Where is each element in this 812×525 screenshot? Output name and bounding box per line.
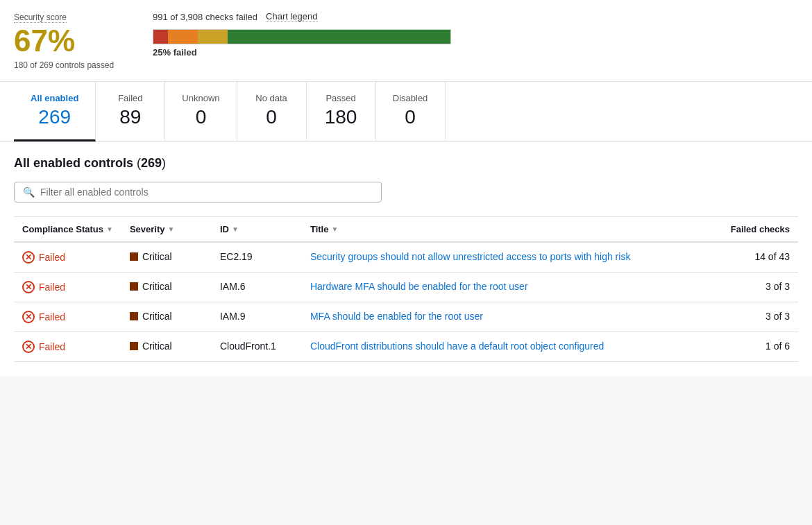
control-id-0: EC2.19 bbox=[220, 251, 253, 262]
tab-failed[interactable]: Failed 89 bbox=[96, 82, 165, 141]
bar-label: 25% failed bbox=[153, 47, 798, 58]
checks-failed-text: 991 of 3,908 checks failed bbox=[153, 12, 257, 22]
cell-compliance-2: ✕ Failed bbox=[14, 302, 121, 332]
cell-compliance-0: ✕ Failed bbox=[14, 242, 121, 273]
cell-title-1: Hardware MFA should be enabled for the r… bbox=[302, 273, 722, 302]
tab-disabled-label: Disabled bbox=[393, 93, 428, 103]
failed-icon-3: ✕ bbox=[22, 341, 35, 353]
tab-failed-value: 89 bbox=[112, 106, 148, 128]
top-panel: Security score 67% 180 of 269 controls p… bbox=[0, 0, 812, 82]
severity-label-3: Critical bbox=[142, 341, 172, 352]
tab-unknown[interactable]: Unknown 0 bbox=[165, 82, 237, 141]
cell-severity-2: Critical bbox=[121, 302, 212, 332]
th-failed-checks: Failed checks bbox=[722, 217, 798, 243]
progress-bar bbox=[153, 29, 451, 44]
cell-id-2: IAM.9 bbox=[212, 302, 302, 332]
failed-icon-0: ✕ bbox=[22, 251, 35, 264]
tab-disabled-value: 0 bbox=[393, 106, 428, 128]
control-id-2: IAM.9 bbox=[220, 311, 246, 322]
severity-label-0: Critical bbox=[142, 251, 172, 262]
status-label-2: Failed bbox=[39, 311, 65, 322]
cell-title-2: MFA should be enabled for the root user bbox=[302, 302, 722, 332]
search-input[interactable] bbox=[40, 187, 373, 198]
severity-2: Critical bbox=[130, 311, 203, 322]
table-row: ✕ Failed Critical CloudFront.1 CloudFron… bbox=[14, 332, 798, 362]
search-bar[interactable]: 🔍 bbox=[14, 182, 382, 203]
tab-passed-value: 180 bbox=[323, 106, 359, 128]
severity-3: Critical bbox=[130, 341, 203, 352]
chart-legend-label[interactable]: Chart legend bbox=[266, 11, 317, 22]
tabs-row: All enabled 269 Failed 89 Unknown 0 No d… bbox=[14, 82, 798, 141]
cell-severity-3: Critical bbox=[121, 332, 212, 362]
cell-id-1: IAM.6 bbox=[212, 273, 302, 302]
severity-label-2: Critical bbox=[142, 311, 172, 322]
severity-dot-3 bbox=[130, 342, 138, 350]
tab-disabled[interactable]: Disabled 0 bbox=[376, 82, 446, 141]
failed-icon-1: ✕ bbox=[22, 281, 35, 293]
tab-no-data[interactable]: No data 0 bbox=[237, 82, 307, 141]
status-failed-0: ✕ Failed bbox=[22, 251, 113, 264]
table-row: ✕ Failed Critical EC2.19 Security groups… bbox=[14, 242, 798, 273]
tab-failed-label: Failed bbox=[112, 93, 148, 103]
status-failed-2: ✕ Failed bbox=[22, 311, 113, 323]
control-id-3: CloudFront.1 bbox=[220, 341, 276, 352]
score-value: 67% bbox=[14, 26, 125, 56]
title-link-0[interactable]: Security groups should not allow unrestr… bbox=[310, 251, 630, 262]
title-link-1[interactable]: Hardware MFA should be enabled for the r… bbox=[310, 281, 528, 292]
th-compliance-status[interactable]: Compliance Status ▼ bbox=[14, 217, 121, 243]
th-severity[interactable]: Severity ▼ bbox=[121, 217, 212, 243]
bar-passed bbox=[228, 30, 450, 44]
cell-title-3: CloudFront distributions should have a d… bbox=[302, 332, 722, 362]
severity-dot-2 bbox=[130, 312, 138, 320]
bar-high bbox=[168, 30, 198, 44]
cell-compliance-3: ✕ Failed bbox=[14, 332, 121, 362]
status-label-3: Failed bbox=[39, 341, 65, 352]
tab-passed-label: Passed bbox=[323, 93, 359, 103]
tab-passed[interactable]: Passed 180 bbox=[307, 82, 376, 141]
cell-id-3: CloudFront.1 bbox=[212, 332, 302, 362]
bar-critical bbox=[153, 30, 168, 44]
th-id[interactable]: ID ▼ bbox=[212, 217, 302, 243]
sort-id-icon: ▼ bbox=[232, 225, 239, 233]
cell-failed-1: 3 of 3 bbox=[722, 273, 798, 302]
cell-severity-0: Critical bbox=[121, 242, 212, 273]
score-label: Security score bbox=[14, 12, 67, 23]
tab-all-enabled[interactable]: All enabled 269 bbox=[14, 82, 96, 141]
tab-no-data-value: 0 bbox=[254, 106, 289, 128]
cell-id-0: EC2.19 bbox=[212, 242, 302, 273]
status-label-0: Failed bbox=[39, 252, 65, 263]
tab-unknown-value: 0 bbox=[182, 106, 219, 128]
cell-failed-0: 14 of 43 bbox=[722, 242, 798, 273]
cell-failed-2: 3 of 3 bbox=[722, 302, 798, 332]
failed-count-1: 3 of 3 bbox=[766, 281, 790, 292]
section-title: All enabled controls (269) bbox=[14, 156, 798, 171]
score-sub: 180 of 269 controls passed bbox=[14, 60, 125, 70]
tab-no-data-label: No data bbox=[254, 93, 289, 103]
main-content: All enabled controls (269) 🔍 Compliance … bbox=[0, 142, 812, 376]
failed-icon-2: ✕ bbox=[22, 311, 35, 323]
severity-label-1: Critical bbox=[142, 281, 172, 292]
tab-all-enabled-label: All enabled bbox=[31, 93, 78, 103]
title-link-2[interactable]: MFA should be enabled for the root user bbox=[310, 311, 483, 322]
table-header-row: Compliance Status ▼ Severity ▼ ID ▼ bbox=[14, 217, 798, 243]
severity-0: Critical bbox=[130, 251, 203, 262]
bar-medium bbox=[198, 30, 228, 44]
table-row: ✕ Failed Critical IAM.9 MFA should be en… bbox=[14, 302, 798, 332]
sort-severity-icon: ▼ bbox=[168, 225, 175, 233]
status-label-1: Failed bbox=[39, 282, 65, 293]
status-failed-3: ✕ Failed bbox=[22, 341, 113, 353]
status-failed-1: ✕ Failed bbox=[22, 281, 113, 293]
failed-count-2: 3 of 3 bbox=[766, 311, 790, 322]
severity-dot-0 bbox=[130, 252, 138, 261]
tab-unknown-label: Unknown bbox=[182, 93, 219, 103]
table-row: ✕ Failed Critical IAM.6 Hardware MFA sho… bbox=[14, 273, 798, 302]
cell-compliance-1: ✕ Failed bbox=[14, 273, 121, 302]
cell-severity-1: Critical bbox=[121, 273, 212, 302]
control-id-1: IAM.6 bbox=[220, 281, 246, 292]
score-section: Security score 67% 180 of 269 controls p… bbox=[14, 11, 125, 70]
th-title[interactable]: Title ▼ bbox=[302, 217, 722, 243]
search-icon: 🔍 bbox=[23, 187, 35, 198]
failed-count-3: 1 of 6 bbox=[766, 341, 790, 352]
title-link-3[interactable]: CloudFront distributions should have a d… bbox=[310, 341, 604, 352]
tabs-section: All enabled 269 Failed 89 Unknown 0 No d… bbox=[0, 82, 812, 142]
